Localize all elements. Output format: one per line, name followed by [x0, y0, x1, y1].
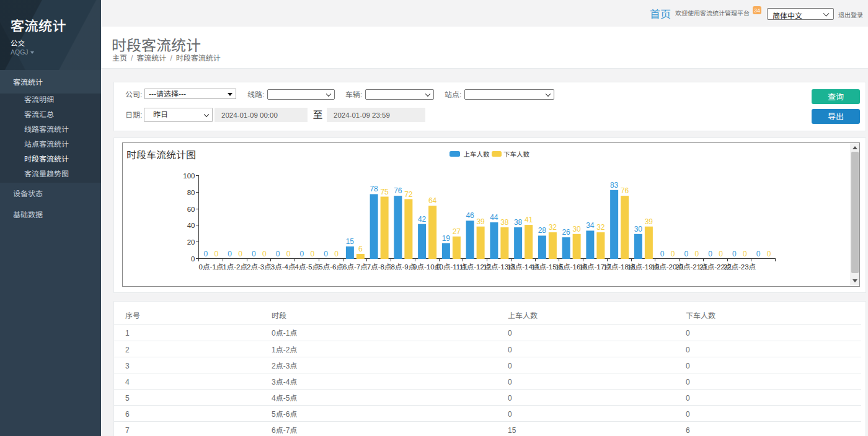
svg-text:2点-3点: 2点-3点 — [247, 261, 272, 271]
svg-text:100: 100 — [183, 170, 195, 180]
svg-text:0: 0 — [204, 248, 208, 258]
svg-text:26: 26 — [562, 226, 570, 237]
svg-text:15: 15 — [346, 235, 355, 246]
svg-text:76: 76 — [394, 185, 402, 195]
svg-text:30: 30 — [572, 223, 581, 233]
svg-text:75: 75 — [380, 186, 389, 196]
svg-text:5点-6点: 5点-6点 — [319, 261, 343, 271]
svg-text:0: 0 — [695, 248, 699, 258]
svg-text:1点-2点: 1点-2点 — [223, 261, 247, 271]
svg-text:0: 0 — [767, 248, 771, 258]
svg-text:0: 0 — [324, 248, 328, 258]
svg-text:0: 0 — [276, 248, 280, 258]
svg-text:19: 19 — [442, 232, 451, 243]
svg-text:0点-1点: 0点-1点 — [199, 261, 224, 271]
svg-text:28: 28 — [538, 224, 547, 235]
svg-text:0: 0 — [238, 248, 242, 258]
svg-text:0: 0 — [286, 248, 291, 258]
svg-text:27: 27 — [453, 225, 461, 236]
svg-text:40: 40 — [187, 220, 195, 230]
svg-text:64: 64 — [428, 194, 437, 205]
svg-text:0: 0 — [334, 248, 339, 258]
svg-text:0: 0 — [660, 248, 665, 258]
svg-text:80: 80 — [187, 187, 195, 197]
svg-text:8点-9点: 8点-9点 — [391, 261, 416, 271]
svg-text:0: 0 — [300, 248, 304, 258]
svg-text:78: 78 — [370, 183, 378, 193]
svg-text:0: 0 — [252, 248, 256, 258]
svg-text:0: 0 — [719, 248, 723, 258]
svg-text:38: 38 — [514, 216, 523, 227]
svg-text:41: 41 — [525, 214, 533, 224]
svg-text:0: 0 — [311, 248, 315, 258]
svg-text:20: 20 — [187, 237, 195, 246]
svg-text:4点-5点: 4点-5点 — [295, 261, 320, 271]
svg-text:34: 34 — [586, 219, 595, 230]
svg-text:0: 0 — [684, 248, 689, 258]
svg-text:39: 39 — [645, 216, 653, 226]
svg-text:6点-7点: 6点-7点 — [343, 261, 368, 271]
svg-text:60: 60 — [187, 204, 195, 214]
svg-text:0: 0 — [215, 248, 219, 258]
svg-text:6: 6 — [358, 243, 363, 253]
svg-text:3点-4点: 3点-4点 — [271, 261, 296, 271]
svg-text:0: 0 — [262, 248, 267, 258]
svg-text:83: 83 — [610, 179, 619, 190]
svg-text:0: 0 — [756, 248, 761, 258]
svg-text:39: 39 — [476, 216, 485, 226]
svg-text:72: 72 — [404, 188, 413, 199]
svg-text:32: 32 — [596, 221, 605, 232]
svg-text:46: 46 — [466, 209, 474, 220]
svg-text:7点-8点: 7点-8点 — [367, 261, 392, 271]
svg-text:0: 0 — [708, 248, 712, 258]
svg-text:0: 0 — [671, 248, 675, 258]
svg-text:0: 0 — [228, 248, 232, 258]
svg-text:22点-23点: 22点-23点 — [724, 261, 756, 271]
svg-text:38: 38 — [500, 216, 509, 227]
svg-text:32: 32 — [549, 221, 557, 232]
svg-text:0: 0 — [743, 248, 747, 258]
svg-text:30: 30 — [634, 223, 643, 233]
svg-text:0: 0 — [191, 253, 195, 263]
svg-text:0: 0 — [732, 248, 737, 258]
svg-text:44: 44 — [490, 211, 498, 222]
svg-text:76: 76 — [621, 185, 629, 195]
svg-text:42: 42 — [418, 213, 427, 224]
